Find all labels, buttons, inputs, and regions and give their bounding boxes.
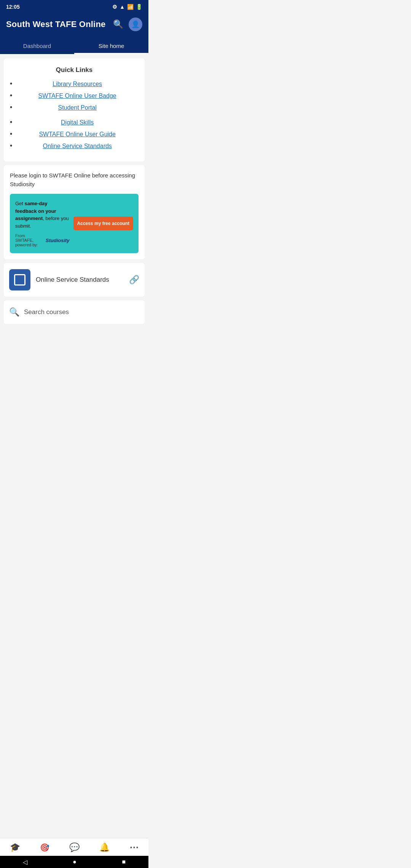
list-item: Digital Skills <box>10 118 139 126</box>
swtafe-badge-link[interactable]: SWTAFE Online User Badge <box>16 93 139 99</box>
oss-icon <box>9 269 30 290</box>
swtafe-user-guide-link[interactable]: SWTAFE Online User Guide <box>16 131 139 138</box>
tab-dashboard[interactable]: Dashboard <box>0 37 74 54</box>
studiosity-logo: Studiosity <box>46 238 70 243</box>
avatar-icon: 👤 <box>131 20 140 29</box>
studiosity-banner: Get same-day feedback on your assignment… <box>10 194 139 253</box>
list-item: SWTAFE Online User Badge <box>10 92 139 100</box>
online-service-standards-link[interactable]: Online Service Standards <box>16 143 139 150</box>
status-time: 12:05 <box>6 4 20 10</box>
list-item: Online Service Standards <box>10 142 139 150</box>
studiosity-banner-left: Get same-day feedback on your assignment… <box>15 200 70 247</box>
signal-icon: ▲ <box>119 4 125 10</box>
wifi-icon: 📶 <box>127 4 134 10</box>
studiosity-banner-text: Get same-day feedback on your assignment… <box>15 200 70 230</box>
search-icon[interactable]: 🔍 <box>113 19 123 29</box>
app-title: South West TAFE Online <box>6 19 105 29</box>
library-resources-link[interactable]: Library Resources <box>16 81 139 88</box>
search-courses-label: Search courses <box>24 308 69 316</box>
tabs: Dashboard Site home <box>0 37 148 54</box>
content-area: Quick Links Library Resources SWTAFE Onl… <box>0 54 148 358</box>
settings-icon: ⚙ <box>112 4 117 10</box>
tab-site-home[interactable]: Site home <box>74 37 148 54</box>
oss-label: Online Service Standards <box>36 276 124 284</box>
search-courses-icon: 🔍 <box>9 307 19 317</box>
quick-links-card: Quick Links Library Resources SWTAFE Onl… <box>4 59 145 161</box>
studiosity-card: Please login to SWTAFE Online before acc… <box>4 165 145 259</box>
list-item: Student Portal <box>10 104 139 112</box>
studiosity-access-button[interactable]: Access my free account <box>73 217 133 231</box>
status-icons: ⚙ ▲ 📶 🔋 <box>112 4 142 10</box>
quick-links-list: Library Resources SWTAFE Online User Bad… <box>10 80 139 150</box>
network-icon: 🔋 <box>136 4 142 10</box>
studiosity-footer-text: From SWTAFE, powered by: <box>15 233 43 247</box>
oss-icon-inner <box>14 274 25 286</box>
avatar[interactable]: 👤 <box>129 18 142 31</box>
status-bar: 12:05 ⚙ ▲ 📶 🔋 <box>0 0 148 12</box>
app-header: South West TAFE Online 🔍 👤 <box>0 12 148 37</box>
list-item: SWTAFE Online User Guide <box>10 130 139 138</box>
link-icon: 🔗 <box>129 275 139 285</box>
studiosity-footer: From SWTAFE, powered by: Studiosity <box>15 233 70 247</box>
student-portal-link[interactable]: Student Portal <box>16 104 139 111</box>
online-service-standards-card[interactable]: Online Service Standards 🔗 <box>4 263 145 297</box>
search-courses-card[interactable]: 🔍 Search courses <box>4 300 145 324</box>
quick-links-title: Quick Links <box>10 66 139 74</box>
list-item: Library Resources <box>10 80 139 88</box>
studiosity-intro-text: Please login to SWTAFE Online before acc… <box>10 171 139 188</box>
header-icons: 🔍 👤 <box>113 18 142 31</box>
digital-skills-link[interactable]: Digital Skills <box>16 119 139 126</box>
